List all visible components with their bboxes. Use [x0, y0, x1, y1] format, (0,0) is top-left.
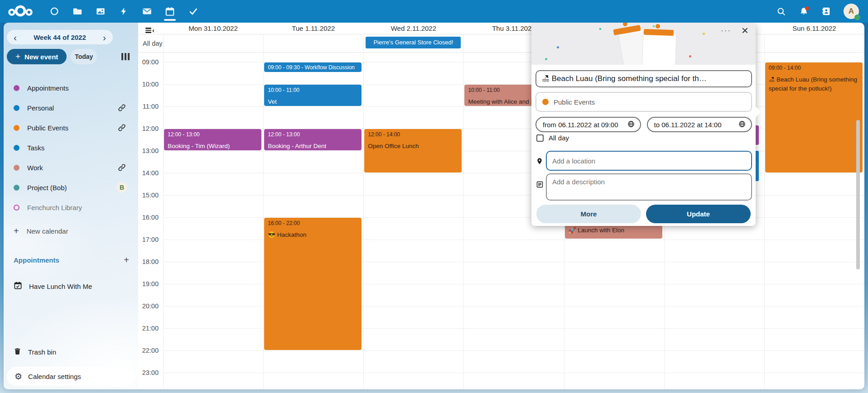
event-title: Open Office Lunch	[368, 142, 458, 151]
event-title: 🏖 Beach Luau (Bring something special fo…	[769, 75, 859, 93]
next-week-button[interactable]: ›	[102, 33, 107, 42]
add-appointment-config-button[interactable]: +	[124, 255, 129, 264]
calendar-event[interactable]: 09:00 - 09:30 - Workflow Discussion	[264, 62, 362, 72]
event-label: 09:00 - 09:30 - Workflow Discussion	[268, 65, 358, 71]
appointment-label: Have Lunch With Me	[29, 283, 92, 290]
calendar-event[interactable]: 12:00 - 14:00Open Office Lunch	[364, 129, 462, 173]
calendar-icon[interactable]	[164, 5, 175, 17]
calendar-main: ‹ Mon 31.10.2022Tue 1.11.2022Wed 2.11.20…	[138, 23, 864, 389]
calendar-color-dot	[542, 99, 549, 105]
popup-buttons: More Update	[536, 205, 751, 223]
notification-badge	[805, 6, 809, 10]
calendar-select[interactable]: Public Events	[535, 92, 752, 112]
trash-icon	[14, 347, 21, 357]
timezone-globe-icon[interactable]	[627, 120, 635, 129]
trash-bin-button[interactable]: Trash bin	[4, 342, 138, 362]
share-link-icon[interactable]	[116, 124, 127, 132]
sidebar-calendar-item[interactable]: Work	[4, 158, 138, 177]
appointment-item[interactable]: Have Lunch With Me	[4, 276, 138, 296]
calendar-color-dot	[14, 205, 19, 211]
tasks-icon[interactable]	[188, 5, 198, 17]
event-time: 10:00 - 11:00	[268, 87, 358, 93]
week-view-columns-icon[interactable]	[121, 53, 130, 60]
sidebar-calendar-item[interactable]: Tasks	[4, 138, 138, 158]
calendar-color-dot	[14, 105, 19, 111]
timezone-globe-icon[interactable]	[738, 120, 746, 129]
allday-event[interactable]: Pierre's General Store Closed!	[366, 37, 461, 48]
calendar-name: Fenchurch Library	[27, 204, 109, 211]
search-icon[interactable]	[776, 6, 786, 17]
calendar-event[interactable]: 09:00 - 14:00🏖 Beach Luau (Bring somethi…	[765, 62, 863, 173]
event-time: 09:00 - 14:00	[769, 65, 859, 71]
event-time: 16:00 - 22:00	[268, 220, 358, 226]
new-event-button[interactable]: + New event	[7, 49, 67, 64]
today-button[interactable]: Today	[71, 49, 97, 64]
plus-icon: +	[14, 226, 19, 235]
topbar-right: A	[776, 4, 868, 19]
previous-week-button[interactable]: ‹	[13, 33, 18, 42]
sidebar-calendar-item[interactable]: Public Events	[4, 118, 138, 138]
event-time: 12:00 - 14:00	[368, 131, 458, 138]
new-calendar-button[interactable]: + New calendar	[4, 222, 78, 240]
event-time: 12:00 - 13:00	[268, 131, 358, 138]
start-datetime-field[interactable]: from 06.11.2022 at 09:00	[535, 117, 641, 132]
calendar-name: Work	[27, 164, 109, 172]
event-time: 12:00 - 13:00	[168, 131, 258, 138]
avatar[interactable]: A	[844, 4, 859, 19]
sidebar-calendar-item[interactable]: Personal	[4, 98, 138, 118]
week-switcher: ‹ Week 44 of 2022 ›	[7, 30, 113, 44]
event-title-input[interactable]: 🏖 Beach Luau (Bring something special fo…	[535, 70, 752, 87]
calendar-name: Tasks	[27, 144, 109, 152]
calendar-color-dot	[14, 85, 19, 91]
appointments-heading: Appointments	[14, 256, 59, 264]
share-link-icon[interactable]	[116, 104, 127, 112]
calendar-name: Project (Bob)	[27, 184, 109, 192]
collapse-view-icon[interactable]: ‹	[145, 28, 154, 33]
nextcloud-logo[interactable]	[6, 4, 35, 19]
calendar-name: Appointments	[27, 84, 109, 92]
calendar-event[interactable]: 12:00 - 13:00Booking - Tim (Wizard)	[164, 129, 261, 150]
app-nav	[49, 5, 198, 17]
share-avatar: B	[116, 182, 127, 193]
location-input[interactable]	[546, 151, 752, 171]
photos-icon[interactable]	[95, 5, 106, 17]
description-icon	[535, 181, 544, 188]
files-icon[interactable]	[72, 5, 83, 17]
calendar-event[interactable]: 12:00 - 13:00Booking - Arthur Dent	[264, 129, 362, 150]
topbar: A	[0, 0, 868, 23]
mail-icon[interactable]	[141, 5, 152, 17]
update-button[interactable]: Update	[646, 205, 751, 223]
event-title: Booking - Arthur Dent	[268, 142, 358, 150]
week-label: Week 44 of 2022	[34, 34, 86, 41]
datetime-row: from 06.11.2022 at 09:00 to 06.11.2022 a…	[535, 117, 752, 132]
calendar-row-extra: B	[116, 182, 127, 193]
allday-checkbox[interactable]	[536, 134, 544, 142]
calendar-event[interactable]: 16:00 - 22:00😎 Hackathon	[264, 218, 362, 350]
sidebar-calendar-item[interactable]: Fenchurch Library	[4, 197, 138, 217]
appointments-section-header: Appointments +	[14, 255, 129, 264]
description-input[interactable]	[546, 173, 752, 201]
avatar-letter: A	[849, 7, 854, 16]
scrollbar-thumb[interactable]	[856, 120, 860, 269]
close-icon[interactable]: ×	[742, 24, 748, 38]
dashboard-icon[interactable]	[49, 5, 60, 17]
app-frame: ‹ Week 44 of 2022 › + New event Today Ap…	[4, 23, 864, 389]
more-actions-icon[interactable]: ···	[721, 26, 731, 35]
sidebar-actions: + New event Today	[7, 49, 135, 64]
calendar-settings-button[interactable]: ⚙ Calendar settings	[7, 367, 135, 386]
calendar-event[interactable]: 10:00 - 11:00Vet	[264, 85, 362, 106]
more-button[interactable]: More	[536, 205, 641, 223]
sidebar-calendar-item[interactable]: Project (Bob)B	[4, 177, 138, 197]
notifications-icon[interactable]	[798, 6, 809, 17]
sidebar-calendar-item[interactable]: Appointments	[4, 78, 138, 98]
activity-icon[interactable]	[118, 5, 129, 17]
status-online-dot	[854, 14, 860, 20]
plus-icon: +	[15, 52, 20, 62]
contacts-icon[interactable]	[821, 6, 832, 17]
share-link-icon[interactable]	[116, 163, 127, 172]
calendar-color-dot	[14, 125, 19, 131]
sidebar: ‹ Week 44 of 2022 › + New event Today Ap…	[4, 23, 138, 389]
gear-icon: ⚙	[14, 372, 22, 381]
end-datetime-field[interactable]: to 06.11.2022 at 14:00	[647, 117, 752, 132]
calendar-name: Personal	[27, 104, 109, 112]
